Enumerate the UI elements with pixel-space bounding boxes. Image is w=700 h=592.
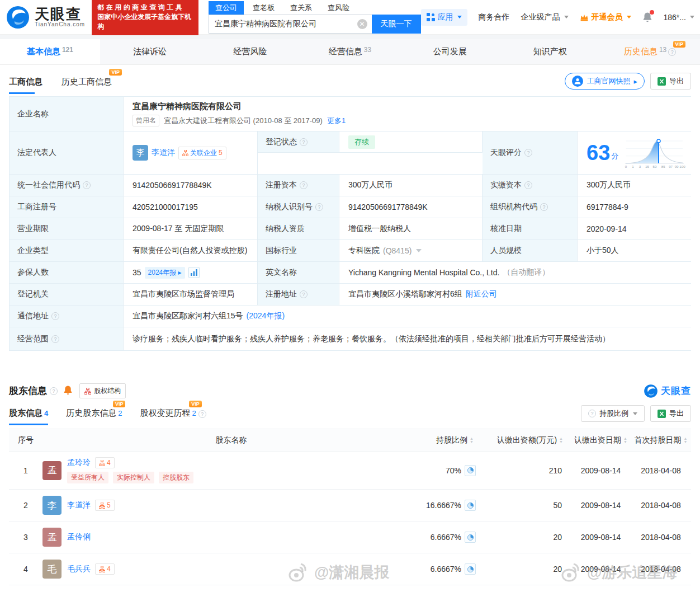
- business-info-table: 企业名称 宜昌康宁精神病医院有限公司 曾用名 宜昌永大建设工程有限公司 (201…: [9, 96, 691, 351]
- shareholder-avatar[interactable]: 孟: [42, 528, 62, 547]
- shareholder-name[interactable]: 李道洋: [67, 500, 91, 510]
- legal-rep-name[interactable]: 李道洋: [152, 148, 175, 158]
- score-label: 天眼评分?: [483, 131, 578, 174]
- help-icon[interactable]: ?: [668, 48, 676, 56]
- help-icon[interactable]: ?: [300, 138, 308, 146]
- nearby-companies-link[interactable]: 附近公司: [466, 289, 497, 299]
- business-term-label: 营业期限: [10, 218, 124, 239]
- search-tab-boss[interactable]: 查老板: [246, 1, 281, 15]
- svg-text:97: 97: [669, 165, 673, 168]
- col-subscribed-date[interactable]: 认缴出资日期▲▼: [571, 435, 631, 445]
- subtab-shareholders[interactable]: 股东信息4: [9, 408, 48, 425]
- tab-company-development[interactable]: 公司发展: [400, 39, 500, 64]
- shareholder-name[interactable]: 孟玲玲: [67, 458, 91, 468]
- apps-grid-icon: [427, 13, 435, 21]
- taxpayer-quality-value: 增值税一般纳税人: [339, 218, 483, 239]
- help-icon[interactable]: ?: [300, 290, 308, 298]
- help-icon[interactable]: ?: [540, 203, 548, 211]
- export-button[interactable]: 导出: [650, 405, 691, 422]
- legal-rep-avatar[interactable]: 李: [133, 145, 148, 161]
- official-snapshot-button[interactable]: 工商官网快照▸: [565, 73, 645, 90]
- clear-icon[interactable]: ✕: [357, 19, 367, 29]
- help-icon[interactable]: ?: [300, 181, 308, 189]
- tab-legal-proceedings[interactable]: 法律诉讼: [100, 39, 200, 64]
- search-area: 查公司 查老板 查关系 查风险 ✕ 天眼一下: [209, 1, 421, 34]
- tab-operation-risk[interactable]: 经营风险: [200, 39, 300, 64]
- mailing-address-value: 宜昌市夷陵区鄢家河村六组15号: [133, 311, 243, 321]
- mailing-address-label: 通信地址?: [10, 306, 124, 327]
- registered-address-cell: 宜昌市夷陵区小溪塔鄢家河村6组 附近公司: [339, 284, 692, 305]
- col-first-holding-date[interactable]: 首次持股日期▲▼: [631, 435, 691, 445]
- nav-open-vip[interactable]: 开通会员: [580, 12, 631, 22]
- reg-capital-label: 注册资本?: [258, 175, 339, 196]
- row-index: 4: [9, 565, 42, 574]
- annual-report-pill[interactable]: 2024年报 ▸: [145, 267, 185, 279]
- shareholder-name[interactable]: 孟伶俐: [67, 532, 91, 542]
- monitor-bell-icon[interactable]: [63, 385, 73, 397]
- arrow-right-icon: ▸: [633, 77, 637, 86]
- subtab-business-info[interactable]: 工商信息: [9, 77, 42, 94]
- pie-chart-icon[interactable]: [465, 500, 476, 511]
- chevron-down-icon[interactable]: [416, 249, 422, 252]
- shareholder-avatar[interactable]: 孟: [42, 461, 62, 480]
- help-icon[interactable]: ?: [51, 312, 59, 320]
- industry-value: 专科医院: [348, 246, 380, 256]
- equity-structure-button[interactable]: 股权结构: [79, 383, 126, 398]
- help-icon[interactable]: ?: [198, 410, 206, 418]
- help-icon[interactable]: ?: [315, 203, 323, 211]
- notification-bell[interactable]: [642, 12, 652, 22]
- nav-cooperation[interactable]: 商务合作: [479, 12, 510, 22]
- search-tab-relation[interactable]: 查关系: [283, 1, 319, 15]
- help-icon[interactable]: ?: [51, 335, 59, 343]
- pie-chart-icon[interactable]: [465, 532, 476, 543]
- help-icon[interactable]: ?: [524, 181, 532, 189]
- excel-icon: [658, 410, 666, 418]
- registration-authority-value: 宜昌市夷陵区市场监督管理局: [124, 284, 258, 305]
- help-icon[interactable]: ?: [524, 149, 532, 157]
- related-badge[interactable]: 4: [95, 457, 115, 468]
- tab-operation-info[interactable]: 经营信息33: [300, 39, 400, 64]
- help-icon[interactable]: ?: [50, 387, 58, 395]
- pie-chart-icon[interactable]: [465, 465, 476, 476]
- nav-enterprise[interactable]: 企业级产品: [521, 12, 569, 22]
- tianyancha-logo[interactable]: 天眼查 TianYanCha.com: [6, 5, 85, 30]
- holding-ratio-button[interactable]: ? 持股比例: [581, 405, 645, 422]
- holding-ratio: 6.6667%: [431, 565, 461, 574]
- more-link[interactable]: 更多1: [327, 116, 346, 126]
- pie-chart-icon[interactable]: [465, 563, 476, 575]
- tab-history-info[interactable]: VIP 历史信息13 ?: [600, 39, 700, 64]
- tab-intellectual-property[interactable]: 知识产权: [500, 39, 600, 64]
- shareholder-avatar[interactable]: 李: [42, 496, 62, 515]
- shareholder-avatar[interactable]: 毛: [42, 560, 62, 579]
- paid-capital-value: 300万人民币: [578, 175, 692, 196]
- nav-apps[interactable]: 应用: [421, 9, 467, 26]
- search-input[interactable]: [209, 15, 372, 34]
- subtab-history-business-info[interactable]: VIP 历史工商信息: [62, 77, 112, 94]
- search-button[interactable]: 天眼一下: [372, 15, 421, 34]
- export-button[interactable]: 导出: [650, 73, 691, 90]
- holding-ratio: 6.6667%: [431, 533, 461, 542]
- user-account[interactable]: 186*...: [664, 13, 694, 22]
- shareholder-name[interactable]: 毛兵兵: [67, 564, 91, 574]
- auto-translate-note: （自动翻译）: [503, 267, 550, 278]
- col-subscribed-amount[interactable]: 认缴出资额(万元)▲▼: [481, 435, 571, 445]
- search-tab-company[interactable]: 查公司: [209, 1, 244, 15]
- search-tab-risk[interactable]: 查风险: [321, 1, 356, 15]
- related-companies-badge[interactable]: 关联企业 5: [178, 147, 226, 159]
- help-icon[interactable]: ?: [83, 181, 91, 189]
- annual-report-link[interactable]: (2024年报): [247, 311, 285, 321]
- related-badge[interactable]: 4: [95, 563, 115, 575]
- subtab-history-shareholders[interactable]: VIP 历史股东信息2: [66, 408, 122, 425]
- legal-rep-cell: 李 李道洋 关联企业 5: [124, 131, 258, 174]
- subtab-equity-change-history[interactable]: VIP 股权变更历程2 ?: [140, 408, 206, 425]
- approve-date-label: 核准日期: [483, 218, 578, 239]
- tab-basic-info[interactable]: 基本信息121: [0, 39, 100, 64]
- trend-chart-icon[interactable]: [188, 267, 200, 278]
- col-shareholder-name: 股东名称: [42, 435, 420, 445]
- shareholder-table-header: 序号 股东名称 持股比例▲▼ 认缴出资额(万元)▲▼ 认缴出资日期▲▼ 首次持股…: [9, 429, 691, 452]
- first-holding-date: 2018-04-08: [631, 466, 691, 475]
- holding-ratio: 16.6667%: [426, 501, 461, 510]
- col-ratio[interactable]: 持股比例▲▼: [420, 435, 481, 445]
- related-badge[interactable]: 5: [95, 500, 115, 511]
- org-chart-icon: [99, 502, 105, 509]
